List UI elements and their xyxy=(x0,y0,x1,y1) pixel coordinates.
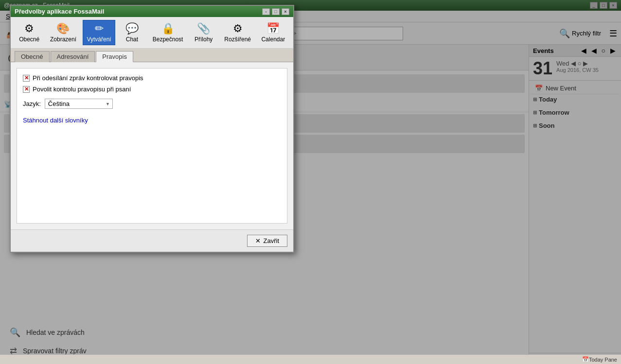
language-select-wrapper: Čeština English Deutsch Français xyxy=(45,99,113,109)
checkbox-check-typing[interactable]: ✕ xyxy=(23,86,30,93)
language-row: Jazyk: Čeština English Deutsch Français xyxy=(23,99,281,109)
prefs-advanced-icon: ⚙ xyxy=(233,22,243,35)
download-dictionaries-link[interactable]: Stáhnout další slovníky xyxy=(23,117,281,124)
prefs-calendar-button[interactable]: 📅 Calendar xyxy=(257,20,289,45)
prefs-calendar-icon: 📅 xyxy=(266,22,280,35)
prefs-display-icon: 🎨 xyxy=(56,22,70,35)
prefs-titlebar-controls: - □ × xyxy=(262,8,289,15)
prefs-compose-icon: ✏ xyxy=(95,22,104,35)
prefs-content: ✕ Při odesílání zpráv kontrolovat pravop… xyxy=(11,62,293,229)
prefs-compose-button[interactable]: ✏ Vytváření xyxy=(83,20,116,45)
close-dialog-button[interactable]: ✕ Zavřit xyxy=(247,235,288,247)
prefs-title: Předvolby aplikace FossaMail xyxy=(15,8,104,15)
checkbox-label-2: Povolit kontrolu pravopisu při psaní xyxy=(33,86,131,93)
prefs-content-inner: ✕ Při odesílání zpráv kontrolovat pravop… xyxy=(17,68,287,224)
prefs-maximize-button[interactable]: □ xyxy=(272,8,280,15)
statusbar-icon: 📅 xyxy=(582,356,589,363)
language-label: Jazyk: xyxy=(23,100,41,107)
prefs-tabs: Obecné Adresování Pravopis xyxy=(11,49,293,62)
prefs-security-icon: 🔒 xyxy=(161,22,175,35)
checkbox-check-sending[interactable]: ✕ xyxy=(23,75,30,82)
prefs-minimize-button[interactable]: - xyxy=(262,8,270,15)
prefs-close-button[interactable]: × xyxy=(282,8,289,15)
prefs-titlebar: Předvolby aplikace FossaMail - □ × xyxy=(11,6,293,17)
checkbox-row-2: ✕ Povolit kontrolu pravopisu při psaní xyxy=(23,86,281,93)
prefs-advanced-button[interactable]: ⚙ Rozšířené xyxy=(220,20,255,45)
close-dialog-icon: ✕ xyxy=(255,237,261,244)
prefs-attachments-icon: 📎 xyxy=(197,22,210,35)
language-select[interactable]: Čeština English Deutsch Français xyxy=(45,99,113,109)
tab-addressing[interactable]: Adresování xyxy=(51,51,95,62)
tab-general[interactable]: Obecné xyxy=(15,51,50,62)
prefs-toolbar: ⚙ Obecné 🎨 Zobrazení ✏ Vytváření 💬 Chat … xyxy=(11,17,293,49)
statusbar: 📅 Today Pane xyxy=(0,354,621,364)
prefs-chat-icon: 💬 xyxy=(125,22,139,35)
prefs-chat-button[interactable]: 💬 Chat xyxy=(117,20,146,45)
prefs-attachments-button[interactable]: 📎 Přílohy xyxy=(189,20,218,45)
prefs-display-button[interactable]: 🎨 Zobrazení xyxy=(46,20,80,45)
tab-spellcheck[interactable]: Pravopis xyxy=(96,51,133,62)
prefs-general-icon: ⚙ xyxy=(24,22,34,35)
prefs-security-button[interactable]: 🔒 Bezpečnost xyxy=(148,20,187,45)
checkbox-label-1: Při odesílání zpráv kontrolovat pravopis xyxy=(33,74,143,82)
prefs-dialog: Předvolby aplikace FossaMail - □ × ⚙ Obe… xyxy=(10,5,294,253)
prefs-general-button[interactable]: ⚙ Obecné xyxy=(15,20,44,45)
checkbox-row-1: ✕ Při odesílání zpráv kontrolovat pravop… xyxy=(23,74,281,82)
prefs-footer: ✕ Zavřit xyxy=(11,229,293,252)
modal-overlay: Předvolby aplikace FossaMail - □ × ⚙ Obe… xyxy=(0,0,621,364)
statusbar-today-pane[interactable]: Today Pane xyxy=(589,357,617,363)
